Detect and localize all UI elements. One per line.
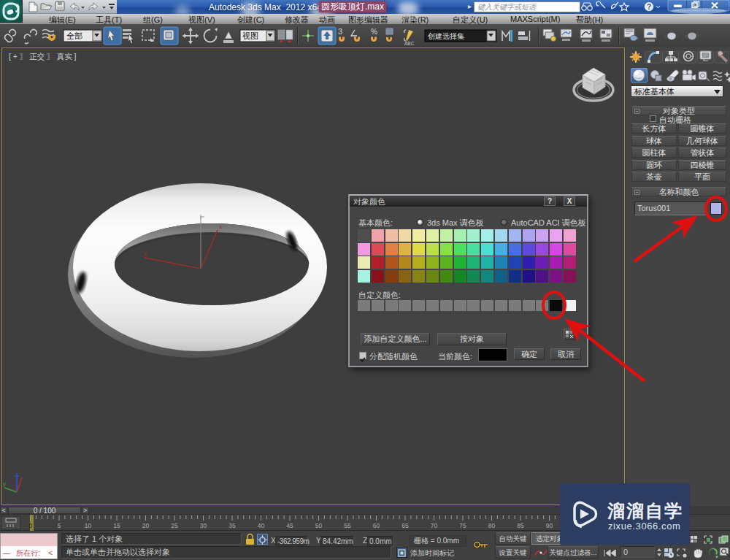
svg-text:80: 80 [488,522,496,529]
svg-text:45: 45 [286,522,293,529]
svg-text:50: 50 [315,522,323,529]
svg-text:%: % [371,28,377,36]
svg-text:?: ? [647,3,651,11]
svg-text:25: 25 [171,522,178,529]
svg-text:y: y [3,480,6,487]
svg-text:0: 0 [28,522,32,529]
svg-text:10: 10 [85,522,92,529]
svg-text:创建选择集: 创建选择集 [428,32,464,40]
svg-text:40: 40 [258,522,265,529]
svg-text:85: 85 [517,522,524,529]
svg-text:30: 30 [200,522,207,529]
svg-text:y: y [144,250,147,256]
svg-text:65: 65 [402,522,409,529]
svg-text:90: 90 [546,522,553,529]
svg-text:20: 20 [142,522,150,529]
svg-text:70: 70 [431,522,438,529]
svg-text:ABC: ABC [404,41,415,46]
svg-text:视图: 视图 [242,31,258,40]
svg-text:15: 15 [113,522,120,529]
svg-text:3: 3 [338,27,342,36]
svg-text:55: 55 [344,522,351,529]
svg-text:35: 35 [228,522,236,529]
svg-text:5: 5 [58,522,61,529]
svg-text:x: x [219,223,222,230]
svg-text:60: 60 [373,522,380,529]
svg-text:75: 75 [459,522,466,529]
svg-text:全部: 全部 [66,31,82,40]
